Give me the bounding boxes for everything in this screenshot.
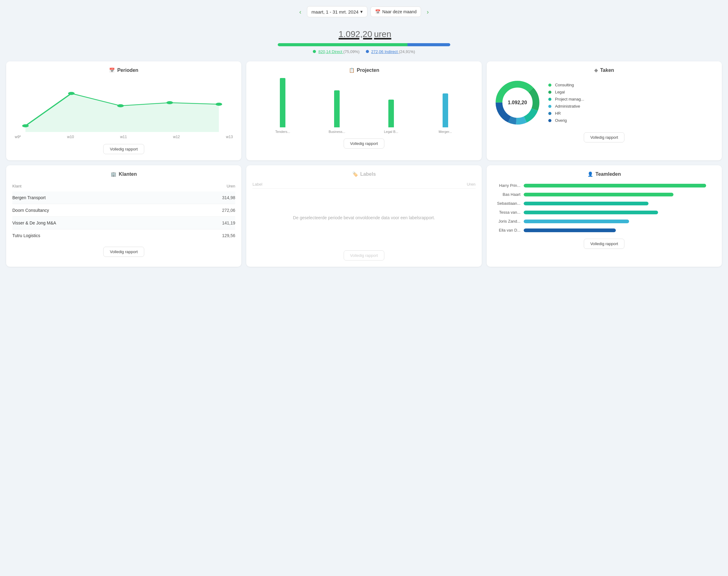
team-list: Harry Prin... Bas Haart Sebastiaan... Te… xyxy=(493,182,716,234)
bas-bar xyxy=(524,193,673,196)
harry-bar-container xyxy=(524,184,716,188)
team-item-bas: Bas Haart xyxy=(493,192,716,197)
klanten-icon: 🏢 xyxy=(111,171,117,177)
bar-merger-bar xyxy=(443,93,448,127)
projecten-icon: 📋 xyxy=(349,67,355,73)
labels-report-button: Volledig rapport xyxy=(344,250,384,261)
klant-row-tutru: Tutru Logistics 129,56 xyxy=(12,229,235,242)
svg-point-5 xyxy=(216,103,222,106)
bar-tenders-label: Tenders... xyxy=(275,130,290,134)
team-item-tessa: Tessa van... xyxy=(493,210,716,214)
joris-bar xyxy=(524,220,629,223)
total-hours-value: 1.092,20uren xyxy=(337,23,391,39)
klant-doorn-hours: 272,06 xyxy=(184,204,235,217)
week-label-w12: w12 xyxy=(173,135,180,139)
top-cards-grid: 📅 Perioden w9* w10 w11 w12 w13 xyxy=(6,61,722,160)
bar-tenders-bar xyxy=(280,78,285,127)
team-item-joris: Joris Zand... xyxy=(493,219,716,224)
tessa-bar-container xyxy=(524,210,716,214)
hours-legend: 820,14 Direct (75,09%) 272,06 Indirect (… xyxy=(313,49,415,54)
bas-bar-container xyxy=(524,193,716,196)
svg-point-2 xyxy=(68,92,74,95)
taken-donut: 1.092,20 xyxy=(493,78,542,127)
bas-name: Bas Haart xyxy=(493,192,521,197)
prev-month-button[interactable]: ‹ xyxy=(297,7,304,17)
overig-dot xyxy=(548,119,551,122)
projecten-card: 📋 Projecten Tenders... Business... Legal… xyxy=(246,61,481,160)
labels-col-uren: Uren xyxy=(467,182,475,186)
klant-row-visser: Visser & De Jong M&A 141,19 xyxy=(12,217,235,229)
svg-point-4 xyxy=(166,101,173,104)
labels-card: 🏷️ Labels Label Uren De geselecteerde pe… xyxy=(246,165,481,267)
bar-merger: Merger... xyxy=(418,93,473,134)
administrative-dot xyxy=(548,105,551,108)
ella-bar-container xyxy=(524,229,716,232)
indirect-hours-link[interactable]: 272,06 Indirect xyxy=(371,49,399,54)
week-label-w9: w9* xyxy=(15,135,21,139)
ella-bar xyxy=(524,229,616,232)
labels-col-label: Label xyxy=(252,182,262,186)
calendar-icon: 📅 xyxy=(375,9,380,14)
svg-point-1 xyxy=(22,124,29,127)
taken-card: ◈ Taken xyxy=(487,61,722,160)
direct-hours-link[interactable]: 820,14 Direct xyxy=(318,49,343,54)
col-uren-header: Uren xyxy=(184,182,235,192)
sebastiaan-name: Sebastiaan... xyxy=(493,201,521,206)
consulting-dot xyxy=(548,84,551,87)
perioden-card: 📅 Perioden w9* w10 w11 w12 w13 xyxy=(6,61,241,160)
perioden-icon: 📅 xyxy=(109,67,115,73)
harry-bar xyxy=(524,184,706,188)
legend-hr: HR xyxy=(548,111,584,116)
klant-tutru-name: Tutru Logistics xyxy=(12,229,184,242)
bottom-cards-grid: 🏢 Klanten Klant Uren Bergen Transport 31… xyxy=(6,165,722,267)
bar-business: Business... xyxy=(310,90,364,134)
legend-legal: Legal xyxy=(548,90,584,94)
joris-bar-container xyxy=(524,220,716,223)
next-month-button[interactable]: › xyxy=(424,7,431,17)
klanten-report-button[interactable]: Volledig rapport xyxy=(103,247,144,257)
bar-legal: Legal B... xyxy=(364,99,418,134)
tessa-name: Tessa van... xyxy=(493,210,521,214)
indirect-legend-item: 272,06 Indirect (24,91%) xyxy=(366,49,415,54)
team-item-sebastiaan: Sebastiaan... xyxy=(493,201,716,206)
direct-legend-item: 820,14 Direct (75,09%) xyxy=(313,49,359,54)
klant-row-bergen: Bergen Transport 314,98 xyxy=(12,192,235,204)
date-navigation: ‹ maart, 1 - 31 mrt. 2024 ▾ 📅 Naar deze … xyxy=(297,6,431,17)
week-label-w13: w13 xyxy=(226,135,233,139)
klant-visser-hours: 141,19 xyxy=(184,217,235,229)
labels-empty-message: De geselecteerde periode bevat onvoldoen… xyxy=(252,190,475,246)
legend-project-manag: Project manag... xyxy=(548,97,584,102)
teamleden-title: 👤 Teamleden xyxy=(493,171,716,177)
tessa-bar xyxy=(524,210,658,214)
klant-row-doorn: Doorn Consultancy 272,06 xyxy=(12,204,235,217)
klant-doorn-name: Doorn Consultancy xyxy=(12,204,184,217)
this-month-label: Naar deze maand xyxy=(382,9,416,14)
svg-point-3 xyxy=(117,104,124,107)
chevron-down-icon: ▾ xyxy=(360,9,363,15)
projecten-report-button[interactable]: Volledig rapport xyxy=(344,139,384,149)
legal-dot xyxy=(548,91,551,94)
bar-business-label: Business... xyxy=(329,130,345,134)
projecten-chart: Tenders... Business... Legal B... Merger… xyxy=(252,78,475,134)
perioden-chart xyxy=(12,78,235,134)
harry-name: Harry Prin... xyxy=(493,183,521,188)
projecten-title: 📋 Projecten xyxy=(252,67,475,73)
klanten-title: 🏢 Klanten xyxy=(12,171,235,177)
legend-overig: Overig xyxy=(548,118,584,123)
teamleden-card: 👤 Teamleden Harry Prin... Bas Haart Seba… xyxy=(487,165,722,267)
direct-dot xyxy=(313,50,316,53)
hours-unit: uren xyxy=(374,29,391,39)
klanten-table: Klant Uren Bergen Transport 314,98 Doorn… xyxy=(12,182,235,242)
bar-legal-bar xyxy=(388,99,394,127)
week-label-w10: w10 xyxy=(67,135,74,139)
team-item-ella: Ella van D... xyxy=(493,228,716,232)
teamleden-report-button[interactable]: Volledig rapport xyxy=(584,239,625,249)
taken-report-button[interactable]: Volledig rapport xyxy=(584,132,625,142)
taken-icon: ◈ xyxy=(594,67,598,73)
this-month-button[interactable]: 📅 Naar deze maand xyxy=(370,6,421,17)
date-selector[interactable]: maart, 1 - 31 mrt. 2024 ▾ xyxy=(307,6,368,17)
perioden-report-button[interactable]: Volledig rapport xyxy=(103,144,144,154)
hours-progress-bar xyxy=(278,43,450,46)
taken-legend: Consulting Legal Project manag... Admini… xyxy=(548,83,584,123)
labels-title: 🏷️ Labels xyxy=(252,171,475,177)
